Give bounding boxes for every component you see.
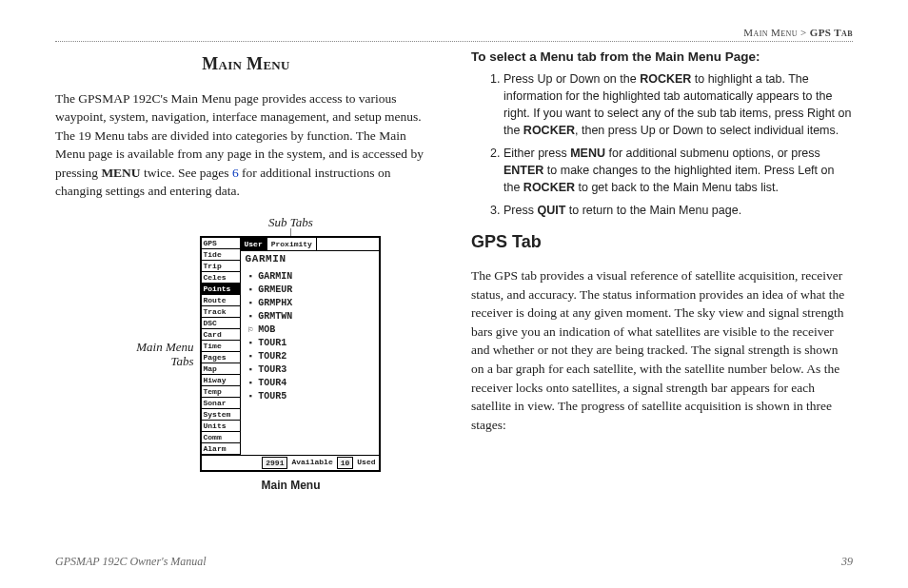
- footer-title: GPSMAP 192C Owner's Manual: [55, 555, 207, 569]
- right-column: To select a Menu tab from the Main Menu …: [471, 48, 853, 495]
- main-menu-tab: Temp: [202, 386, 240, 398]
- main-menu-tab: Units: [202, 421, 240, 432]
- procedure-steps: Press Up or Down on the ROCKER to highli…: [471, 70, 853, 220]
- breadcrumb-sep: >: [798, 27, 810, 38]
- main-menu-tab: Route: [202, 295, 240, 306]
- breadcrumb: Main Menu > GPS Tab: [55, 27, 853, 38]
- available-label: Available: [291, 457, 332, 470]
- main-menu-tab: Pages: [202, 352, 240, 363]
- gps-tab-heading: GPS Tab: [471, 229, 853, 254]
- status-bar: 2991 Available 10 Used: [202, 455, 379, 471]
- gps-tab-body: The GPS tab provides a visual reference …: [471, 266, 853, 434]
- procedure-step: Press Up or Down on the ROCKER to highli…: [503, 70, 853, 140]
- main-menu-tab: DSC: [202, 318, 240, 329]
- figure-row: Main Menu Tabs GPSTideTripCelesPointsRou…: [55, 236, 437, 473]
- waypoint-item: TOUR1: [248, 337, 375, 350]
- manual-page: Main Menu > GPS Tab Main Menu The GPSMAP…: [0, 0, 908, 588]
- waypoint-item: TOUR2: [248, 350, 375, 363]
- main-menu-figure: Sub Tabs │ Main Menu Tabs GPSTideTripCel…: [55, 214, 437, 495]
- brand-label: GARMIN: [241, 251, 379, 268]
- header-rule: [55, 41, 853, 42]
- waypoint-item: GRMPHX: [248, 297, 375, 310]
- main-menu-tabs-list: GPSTideTripCelesPointsRouteTrackDSCCardT…: [202, 238, 241, 455]
- main-menu-tab: Map: [202, 363, 240, 375]
- procedure-title: To select a Menu tab from the Main Menu …: [471, 48, 853, 67]
- waypoint-list: GARMINGRMEURGRMPHXGRMTWNMOBTOUR1TOUR2TOU…: [241, 268, 379, 454]
- tabs-callout-label: Main Menu Tabs: [112, 340, 194, 369]
- breadcrumb-section: Main Menu: [743, 27, 798, 38]
- main-menu-tab: Comm: [202, 432, 240, 443]
- procedure-step: Either press MENU for additional submenu…: [503, 145, 853, 196]
- main-menu-tab: Track: [202, 306, 240, 318]
- device-body: GPSTideTripCelesPointsRouteTrackDSCCardT…: [202, 238, 379, 455]
- waypoint-item: TOUR4: [248, 377, 375, 390]
- waypoint-item: TOUR3: [248, 363, 375, 377]
- main-menu-heading: Main Menu: [55, 51, 437, 76]
- main-menu-tab: Sonar: [202, 398, 240, 409]
- device-screenshot: GPSTideTripCelesPointsRouteTrackDSCCardT…: [200, 236, 381, 473]
- breadcrumb-tab: GPS Tab: [810, 27, 853, 38]
- main-menu-tab: Celes: [202, 272, 240, 284]
- device-right-pane: UserProximity GARMIN GARMINGRMEURGRMPHXG…: [241, 238, 379, 455]
- main-menu-paragraph: The GPSMAP 192C's Main Menu page provide…: [55, 89, 437, 201]
- available-value: 2991: [262, 457, 287, 470]
- main-menu-tab: Tide: [202, 249, 240, 261]
- sub-tab: Proximity: [267, 238, 317, 251]
- main-menu-tab: Time: [202, 341, 240, 352]
- waypoint-item: GRMEUR: [248, 284, 375, 297]
- waypoint-item: GRMTWN: [248, 310, 375, 323]
- main-menu-tab: Card: [202, 329, 240, 341]
- main-menu-tab: Alarm: [202, 443, 240, 455]
- main-menu-tab: System: [202, 409, 240, 421]
- sub-tab: User: [241, 238, 267, 251]
- page-footer: GPSMAP 192C Owner's Manual 39: [55, 555, 853, 569]
- main-menu-tab: Points: [202, 284, 240, 295]
- figure-caption: Main Menu: [145, 478, 437, 494]
- page-link-6[interactable]: 6: [232, 166, 239, 180]
- waypoint-item: MOB: [248, 323, 375, 337]
- main-menu-tab: GPS: [202, 238, 240, 249]
- main-menu-tab: Hiway: [202, 375, 240, 386]
- waypoint-item: TOUR5: [248, 390, 375, 403]
- procedure-step: Press QUIT to return to the Main Menu pa…: [503, 202, 853, 219]
- used-label: Used: [357, 457, 375, 470]
- left-column: Main Menu The GPSMAP 192C's Main Menu pa…: [55, 48, 437, 495]
- footer-page-number: 39: [841, 555, 853, 569]
- waypoint-item: GARMIN: [248, 270, 375, 284]
- main-menu-tab: Trip: [202, 261, 240, 272]
- used-value: 10: [337, 457, 354, 470]
- content-columns: Main Menu The GPSMAP 192C's Main Menu pa…: [55, 48, 853, 495]
- sub-tabs-row: UserProximity: [241, 238, 379, 252]
